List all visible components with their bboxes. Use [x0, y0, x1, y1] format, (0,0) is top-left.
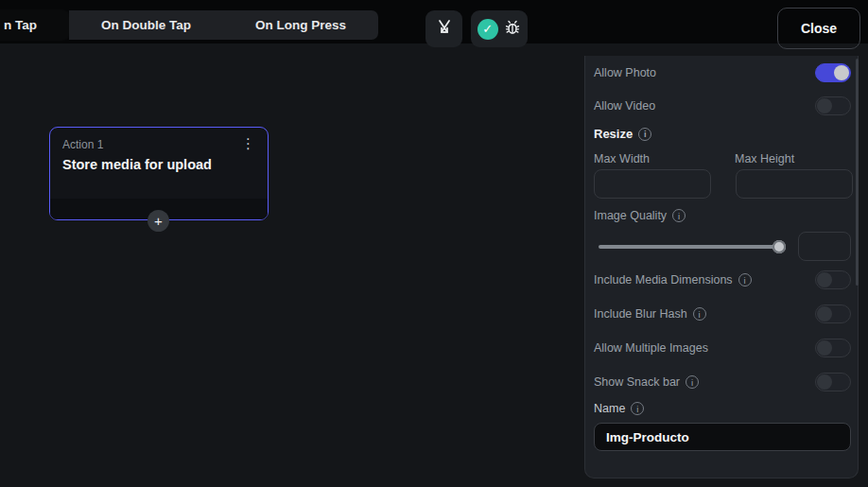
allow-photo-row: Allow Photo: [594, 63, 851, 82]
toggle-knob: [817, 340, 832, 356]
slider-knob[interactable]: [773, 240, 786, 253]
show-snack-bar-toggle[interactable]: [815, 373, 851, 391]
toggle-knob: [817, 374, 832, 390]
info-icon[interactable]: i: [672, 209, 686, 222]
toggle-knob: [817, 98, 832, 113]
allow-video-label: Allow Video: [594, 99, 655, 113]
flow-branch-icon: [435, 18, 454, 41]
image-quality-label-row: Image Quality i: [594, 209, 851, 222]
include-media-dimensions-row: Include Media Dimensions i: [594, 270, 851, 289]
show-snack-bar-label: Show Snack bar i: [594, 375, 699, 389]
close-button[interactable]: Close: [777, 8, 860, 49]
resize-heading-row: Resize i: [594, 127, 851, 141]
action-title: Store media for upload: [50, 151, 268, 172]
check-circle-icon[interactable]: ✓: [477, 19, 498, 40]
include-blur-hash-row: Include Blur Hash i: [594, 304, 851, 323]
size-inputs-row: [594, 169, 851, 199]
flow-branch-button[interactable]: [425, 10, 462, 47]
name-label: Name i: [594, 402, 644, 415]
panel-scrollbar[interactable]: [856, 59, 859, 286]
info-icon[interactable]: i: [693, 307, 706, 321]
image-quality-row: [594, 232, 851, 261]
max-width-label: Max Width: [594, 152, 710, 165]
image-quality-slider[interactable]: [599, 237, 785, 256]
info-icon[interactable]: i: [638, 128, 651, 141]
allow-multiple-images-label: Allow Multiple Images: [594, 341, 708, 355]
toggle-knob: [834, 65, 849, 80]
image-quality-label: Image Quality i: [594, 209, 686, 222]
resize-label: Resize i: [594, 127, 651, 141]
name-label-row: Name i: [594, 402, 851, 415]
image-quality-input[interactable]: [798, 232, 851, 261]
max-height-label: Max Height: [735, 152, 851, 165]
add-action-button[interactable]: +: [148, 210, 169, 232]
max-width-input[interactable]: [594, 169, 711, 199]
allow-video-toggle[interactable]: [815, 96, 851, 115]
tab-on-tap[interactable]: n Tap: [0, 10, 69, 40]
settings-panel: Allow Photo Allow Video Resize i Max Wid…: [584, 56, 859, 478]
include-blur-hash-label: Include Blur Hash i: [594, 307, 706, 321]
allow-photo-toggle[interactable]: [815, 63, 851, 82]
info-icon[interactable]: i: [686, 375, 699, 389]
action-card[interactable]: Action 1 ⋮ Store media for upload: [49, 127, 269, 220]
toggle-knob: [817, 306, 832, 322]
allow-video-row: Allow Video: [594, 96, 851, 115]
allow-photo-label: Allow Photo: [594, 66, 656, 79]
action-card-header: Action 1 ⋮: [50, 128, 268, 151]
tab-on-double-tap[interactable]: On Double Tap: [69, 10, 223, 40]
bug-icon[interactable]: [504, 19, 521, 39]
info-icon[interactable]: i: [738, 273, 752, 287]
slider-track: [599, 245, 785, 249]
include-media-dimensions-label: Include Media Dimensions i: [594, 273, 752, 287]
top-bar: n Tap On Double Tap On Long Press ✓ Clos…: [0, 0, 868, 43]
include-blur-hash-toggle[interactable]: [815, 304, 851, 323]
action-index-label: Action 1: [62, 138, 103, 151]
tab-on-long-press[interactable]: On Long Press: [223, 10, 378, 40]
trigger-tabs: n Tap On Double Tap On Long Press: [0, 10, 378, 40]
toggle-knob: [817, 272, 832, 287]
name-input[interactable]: [594, 423, 851, 451]
allow-multiple-images-toggle[interactable]: [815, 339, 851, 357]
info-icon[interactable]: i: [631, 402, 644, 415]
allow-multiple-images-row: Allow Multiple Images: [594, 339, 851, 357]
kebab-menu-icon[interactable]: ⋮: [238, 138, 258, 149]
include-media-dimensions-toggle[interactable]: [815, 270, 851, 289]
validation-icon-group: ✓: [471, 10, 528, 47]
max-height-input[interactable]: [736, 169, 853, 199]
show-snack-bar-row: Show Snack bar i: [594, 373, 851, 391]
size-labels-row: Max Width Max Height: [594, 152, 851, 165]
